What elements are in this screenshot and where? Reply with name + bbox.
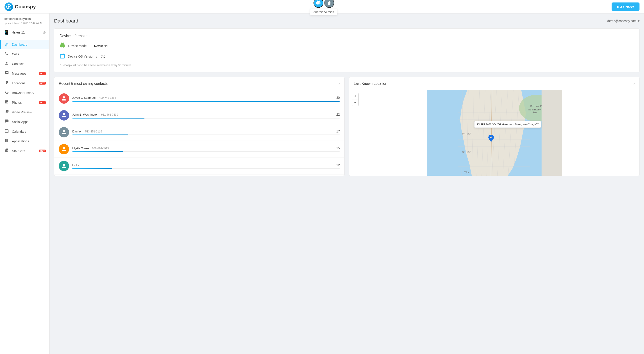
contact-item: Holly 12 (54, 158, 344, 175)
app-layout: demo@cocospy.com Updated: Nov 19 2019 17… (0, 13, 644, 354)
main-content: Dashboard demo@cocospy.com ▾ Device info… (50, 13, 644, 354)
avatar (59, 161, 69, 171)
device-name: Nexus 11 (12, 31, 25, 34)
contact-info: Myrtle Torres 208-424-4913 15 (72, 146, 340, 152)
svg-point-3 (63, 113, 65, 115)
nav-label-calendars: Calendars (12, 130, 46, 133)
contact-bar-wrap (72, 101, 340, 102)
avatar (59, 93, 69, 104)
os-value: 7.0 (101, 55, 105, 58)
user-menu[interactable]: demo@cocospy.com ▾ (607, 19, 640, 23)
contact-count: 17 (334, 130, 340, 133)
sidebar-item-social-apps[interactable]: Social Apps › (0, 117, 49, 127)
os-label: Device OS Version ： (68, 55, 98, 59)
messages-hot-badge: HOT (39, 72, 46, 75)
svg-point-4 (63, 130, 65, 132)
sidebar-item-video-preview[interactable]: Video Preview (0, 107, 49, 117)
device-os-row: Device OS Version ： 7.0 (60, 53, 634, 60)
contact-info: Damien 513-851-2116 17 (72, 129, 340, 135)
map-title: Last Known Location (354, 82, 387, 86)
photos-icon (4, 100, 9, 105)
map-zoom-controls: + − (352, 93, 359, 106)
contact-name: Myrtle Torres (72, 147, 89, 150)
contact-bar (72, 168, 112, 169)
contact-info: Holly 12 (72, 163, 340, 169)
sidebar-item-messages[interactable]: Messages HOT (0, 69, 49, 78)
video-preview-icon (4, 110, 9, 115)
locations-icon (4, 81, 9, 86)
svg-rect-39 (542, 90, 562, 176)
map-card: Last Known Location › (349, 77, 640, 176)
sidebar-item-dashboard[interactable]: ◎ Dashboard (0, 40, 49, 49)
contact-item: Myrtle Torres 208-424-4913 15 (54, 141, 344, 158)
map-zoom-out-button[interactable]: − (352, 99, 358, 106)
sidebar-item-photos[interactable]: Photos HOT (0, 98, 49, 107)
page-header: Dashboard demo@cocospy.com ▾ (54, 18, 640, 24)
nav-label-social-apps: Social Apps (12, 120, 42, 124)
contact-bar (72, 135, 128, 135)
contact-name: Damien (72, 130, 82, 133)
buy-now-button[interactable]: BUY NOW (612, 2, 640, 11)
contacts-arrow-icon[interactable]: › (338, 81, 340, 86)
messages-icon (4, 71, 9, 76)
sidebar-item-locations[interactable]: Locations HOT (0, 78, 49, 88)
sidebar-user: demo@cocospy.com Updated: Nov 19 2019 17… (0, 13, 49, 27)
contact-name: John E. Washington (72, 113, 98, 116)
contact-item: Damien 513-851-2116 17 (54, 124, 344, 141)
dashboard-two-col: Recent 5 most calling contacts › Joyce J… (54, 77, 640, 176)
platform-buttons (314, 0, 334, 8)
sidebar-nav: ◎ Dashboard Calls Contacts (0, 38, 49, 354)
sync-note: * Cocospy will sync the device informati… (60, 64, 634, 67)
map-pin (488, 135, 494, 143)
map-zoom-in-button[interactable]: + (352, 93, 358, 99)
sidebar-item-sim-card[interactable]: SIM Card HOT (0, 146, 49, 156)
photos-hot-badge: HOT (39, 101, 46, 104)
contact-bar (72, 118, 144, 119)
sidebar-item-calls[interactable]: Calls (0, 49, 49, 59)
avatar (59, 144, 69, 154)
contact-bar-wrap (72, 151, 340, 152)
nav-label-messages: Messages (12, 72, 36, 75)
map-header: Last Known Location › (349, 77, 639, 90)
contact-info: John E. Washington 931-468-7430 22 (72, 112, 340, 119)
contact-bar (72, 151, 123, 152)
calendars-icon (4, 129, 9, 134)
calls-icon (4, 51, 9, 57)
android-platform-button[interactable] (314, 0, 323, 8)
user-chevron-icon: ▾ (638, 19, 640, 23)
chevron-down-icon: ⊙ (43, 30, 46, 35)
android-icon (60, 42, 66, 50)
nav-label-contacts: Contacts (12, 62, 46, 66)
contact-item: John E. Washington 931-468-7430 22 (54, 107, 344, 124)
contacts-icon (4, 61, 9, 66)
ios-platform-button[interactable] (324, 0, 334, 8)
svg-point-5 (63, 147, 65, 149)
sidebar-device[interactable]: 📱 Nexus 11 ⊙ (0, 27, 49, 38)
sidebar-item-calendars[interactable]: Calendars (0, 127, 49, 136)
social-apps-icon (4, 119, 9, 124)
map-arrow-icon[interactable]: › (634, 81, 635, 86)
sidebar-item-browser-history[interactable]: Browser History (0, 88, 49, 98)
contacts-col: Recent 5 most calling contacts › Joyce J… (54, 77, 344, 176)
avatar (59, 110, 69, 121)
map-container: Riverside Park North Hudson Park 60TH ST… (349, 90, 639, 176)
sidebar-item-contacts[interactable]: Contacts (0, 59, 49, 69)
contact-bar-wrap (72, 135, 340, 135)
dashboard-icon: ◎ (4, 42, 9, 47)
sidebar-updated: Updated: Nov 19 2019 17:47:44 ↻ (4, 21, 46, 25)
nav-label-calls: Calls (12, 52, 46, 56)
contact-bar-wrap (72, 118, 340, 119)
user-email: demo@cocospy.com (607, 19, 636, 23)
device-info-row: 📱 Nexus 11 (4, 30, 25, 35)
contact-name: Joyce J. Seabrook (72, 96, 96, 99)
contact-phone: 409-748-1384 (99, 96, 116, 99)
svg-point-2 (63, 96, 65, 99)
nav-label-video-preview: Video Preview (12, 110, 46, 114)
applications-icon (4, 139, 9, 144)
nav-label-locations: Locations (12, 81, 36, 85)
sidebar-item-applications[interactable]: Applications (0, 136, 49, 146)
nav-label-photos: Photos (12, 101, 36, 104)
nav-label-applications: Applications (12, 140, 46, 143)
contact-count: 80 (334, 96, 340, 99)
contact-info: Joyce J. Seabrook 409-748-1384 80 (72, 96, 340, 102)
